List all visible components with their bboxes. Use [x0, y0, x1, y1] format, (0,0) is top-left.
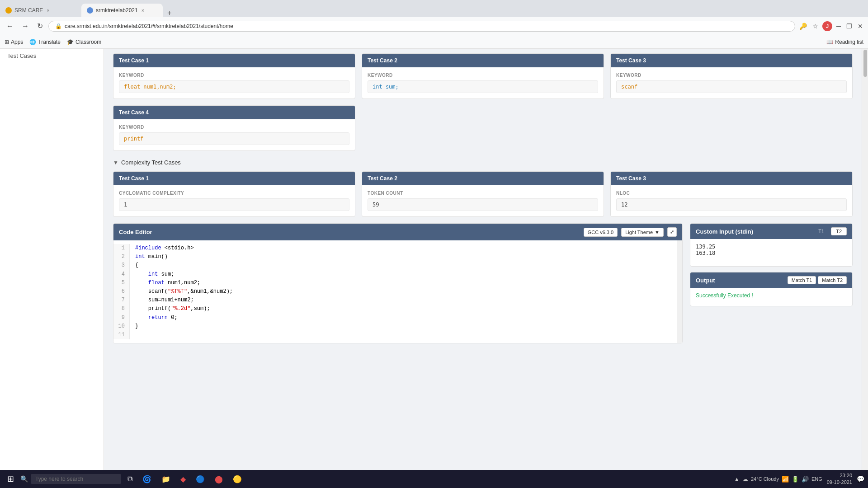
test-cases-grid-row1: Test Case 1 KEYWORD float num1,num2; Tes… [113, 53, 853, 99]
match-t2-button[interactable]: Match T2 [818, 276, 847, 284]
edge-taskbar[interactable]: 🌀 [139, 473, 155, 485]
theme-label: Light Theme [625, 230, 653, 235]
weather-icon: ☁ [742, 476, 748, 483]
complexity-case-1-card: Test Case 1 CYCLOMATIC COMPLEXITY 1 [113, 171, 355, 217]
new-tab-button[interactable]: + [163, 9, 176, 17]
taskview-button[interactable]: ⧉ [124, 473, 136, 485]
chevron-down-icon: ▼ [113, 160, 118, 166]
output-panel: Output Match T1 Match T2 Successfully Ex… [690, 272, 853, 306]
bookmark-classroom[interactable]: 🎓 Classroom [67, 39, 101, 45]
browser-right-icons: 🔑 ☆ J ─ ❐ ✕ [798, 21, 864, 31]
code-editor-title: Code Editor [119, 229, 152, 235]
search-icon-taskbar[interactable]: 🔍 [20, 475, 28, 483]
t2-button[interactable]: T2 [831, 227, 847, 235]
start-button[interactable]: ⊞ [4, 472, 18, 486]
complexity-toggle[interactable]: ▼ Complexity Test Cases [113, 159, 853, 166]
tab-srmk[interactable]: srmktretelab2021 × [81, 4, 163, 17]
system-icons: ▲ ☁ 24°C Cloudy 📶 🔋 🔊 ENG [734, 476, 822, 483]
scrollbar[interactable] [862, 49, 868, 470]
reading-list-button[interactable]: 📖 Reading list [826, 39, 863, 45]
keyword-value-3: scanf [616, 80, 847, 93]
scrollbar-thumb[interactable] [863, 50, 867, 77]
taskbar: ⊞ 🔍 ⧉ 🌀 📁 ◆ 🔵 ⬤ 🟡 ▲ ☁ 24°C Cloudy 📶 🔋 🔊 … [0, 470, 868, 488]
right-panel: Custom Input (stdin) T1 T2 139.25163.18 [690, 223, 853, 343]
address-bar[interactable]: 🔒 care.srmist.edu.in/srmktretelab2021/#/… [48, 21, 795, 32]
code-line-10: return 0; [135, 314, 677, 322]
test-case-1-title: Test Case 1 [119, 57, 149, 64]
complexity-label: Complexity Test Cases [121, 159, 181, 166]
complexity-case-2-body: TOKEN COUNT 59 [362, 185, 604, 216]
close-window-icon[interactable]: ✕ [856, 21, 864, 31]
test-case-2-title: Test Case 2 [368, 57, 397, 64]
complexity-case-2-card: Test Case 2 TOKEN COUNT 59 [362, 171, 604, 217]
token-count-value: 59 [368, 198, 598, 211]
chevron-up-icon[interactable]: ▲ [734, 476, 740, 483]
network-icon[interactable]: 📶 [782, 476, 789, 483]
token-count-label: TOKEN COUNT [368, 191, 598, 196]
app1-taskbar[interactable]: ◆ [177, 473, 189, 485]
compiler-select[interactable]: GCC v6.3.0 [584, 228, 618, 237]
complexity-case-3-card: Test Case 3 NLOC 12 [610, 171, 853, 217]
complexity-case-2-title: Test Case 2 [368, 175, 397, 182]
bookmark-icon[interactable]: ☆ [811, 21, 820, 31]
notification-button[interactable]: 💬 [857, 475, 864, 483]
test-case-1-header: Test Case 1 [113, 54, 355, 67]
code-scroll-indicator[interactable] [677, 240, 682, 343]
refresh-button[interactable]: ↻ [34, 20, 46, 32]
nloc-label: NLOC [616, 191, 847, 196]
expand-button[interactable]: ⤢ [667, 227, 677, 237]
complexity-case-1-title: Test Case 1 [119, 175, 149, 182]
srmk-favicon [87, 7, 93, 14]
tab-srm-close[interactable]: × [47, 8, 49, 13]
complexity-case-1-body: CYCLOMATIC COMPLEXITY 1 [113, 185, 355, 216]
bookmark-apps[interactable]: ⊞ Apps [5, 39, 23, 45]
t1-button[interactable]: T1 [813, 227, 829, 235]
classroom-icon: 🎓 [67, 39, 74, 45]
minimize-icon[interactable]: ─ [835, 21, 842, 31]
test-cases-sidebar-label: Test Cases [0, 49, 104, 63]
tab-srm-care[interactable]: SRM CARE × [0, 4, 81, 17]
keyword-value-2: int sum; [368, 80, 598, 93]
app2-taskbar[interactable]: 🔵 [192, 473, 208, 485]
app3-taskbar[interactable]: ⬤ [211, 473, 226, 485]
bookmarks-bar: ⊞ Apps 🌐 Translate 🎓 Classroom 📖 Reading… [0, 35, 868, 49]
theme-chevron-icon: ▼ [655, 230, 660, 235]
test-case-3-title: Test Case 3 [616, 57, 646, 64]
stdin-content[interactable]: 139.25163.18 [690, 239, 852, 266]
complexity-case-2-header: Test Case 2 [362, 172, 604, 185]
code-editor-panel: Code Editor GCC v6.3.0 Light Theme ▼ ⤢ [113, 223, 683, 343]
profile-avatar[interactable]: J [822, 21, 832, 31]
test-case-4-header: Test Case 4 [113, 106, 355, 119]
code-editor-header: Code Editor GCC v6.3.0 Light Theme ▼ ⤢ [113, 224, 682, 240]
clock-date: 09-10-2021 [827, 479, 852, 486]
file-explorer-taskbar[interactable]: 📁 [158, 473, 174, 485]
restore-icon[interactable]: ❐ [845, 21, 854, 31]
tab-srm-label: SRM CARE [14, 7, 43, 14]
back-button[interactable]: ← [4, 20, 16, 32]
chrome-taskbar[interactable]: 🟡 [229, 473, 245, 485]
match-buttons: Match T1 Match T2 [788, 276, 847, 284]
taskbar-search-input[interactable] [31, 474, 121, 484]
code-area[interactable]: 1 2 3 4 5 6 7 8 9 10 11 [113, 240, 682, 343]
bookmark-translate[interactable]: 🌐 Translate [29, 39, 61, 45]
code-content[interactable]: #include <stdio.h> int main() { int sum;… [130, 244, 682, 339]
test-case-4-body: KEYWORD printf [113, 119, 355, 150]
keyword-label-4: KEYWORD [119, 125, 349, 130]
test-case-4-title: Test Case 4 [119, 109, 149, 116]
translate-label: Translate [38, 39, 61, 45]
output-header: Output Match T1 Match T2 [690, 272, 852, 288]
stdin-panel: Custom Input (stdin) T1 T2 139.25163.18 [690, 223, 853, 267]
key-icon[interactable]: 🔑 [798, 21, 808, 31]
taskbar-clock: 23:20 09-10-2021 [827, 472, 852, 486]
tab-srmk-close[interactable]: × [142, 8, 144, 13]
code-line-8: printf("%.2d",sum); [135, 305, 677, 313]
code-line-2: int main() [135, 253, 677, 261]
theme-select[interactable]: Light Theme ▼ [621, 228, 664, 237]
page-content: Test Case 1 KEYWORD float num1,num2; Tes… [104, 49, 862, 470]
language-label: ENG [811, 476, 822, 482]
match-t1-button[interactable]: Match T1 [788, 276, 816, 284]
volume-icon[interactable]: 🔊 [802, 476, 809, 483]
forward-button[interactable]: → [19, 20, 32, 32]
lock-icon: 🔒 [55, 23, 62, 29]
apps-label: Apps [11, 39, 23, 45]
